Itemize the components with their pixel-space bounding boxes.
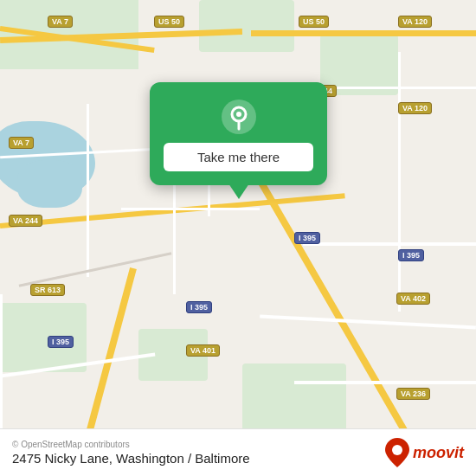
road-connecting-8 [294,381,476,384]
road-label-va401: VA 401 [186,344,220,357]
moovit-brand-text: moovit [413,444,464,462]
bottom-left-info: © OpenStreetMap contributors 2475 Nicky … [12,440,250,466]
moovit-pin-icon [385,438,409,467]
address-text: 2475 Nicky Lane, Washington / Baltimore [12,451,250,466]
copyright-text: © OpenStreetMap contributors [12,440,250,449]
road-connecting-4 [398,52,401,312]
location-pin-icon [220,98,258,136]
map-container: VA 7 US 50 US 50 VA 120 VA 7 VA 244 VA 1… [0,0,476,476]
road-label-va120-top: VA 120 [398,16,432,28]
road-label-i395-right: I 395 [398,249,424,261]
water-feature-2 [17,160,82,208]
road-connecting-5 [303,242,476,246]
road-label-us50-left: US 50 [154,16,184,28]
map-background [0,0,476,476]
road-connecting-2 [87,104,89,277]
svg-point-2 [236,112,241,117]
road-label-i395-lower: I 395 [186,301,212,313]
green-area-2 [199,0,294,52]
road-label-i395-mid: I 395 [294,232,320,244]
road-label-i395-bottom: I 395 [48,336,74,348]
road-small-4 [0,294,3,433]
road-label-sr613: SR 613 [30,284,65,296]
road-small-3 [121,208,260,210]
road-label-va244-left: VA 244 [9,215,42,227]
svg-point-3 [392,445,402,455]
road-label-va7-mid: VA 7 [9,137,34,149]
bottom-bar: © OpenStreetMap contributors 2475 Nicky … [0,428,476,476]
road-label-va7-top: VA 7 [48,16,73,28]
take-me-there-button[interactable]: Take me there [164,143,313,171]
green-area-5 [242,363,346,433]
road-small-1 [173,173,176,294]
popup-card: Take me there [150,82,327,185]
road-us50-right [251,30,476,36]
road-label-us50-right: US 50 [299,16,329,28]
road-label-va402: VA 402 [396,293,430,305]
road-label-va120-right: VA 120 [398,102,432,114]
moovit-logo: moovit [385,438,464,467]
road-label-va236: VA 236 [396,388,430,400]
